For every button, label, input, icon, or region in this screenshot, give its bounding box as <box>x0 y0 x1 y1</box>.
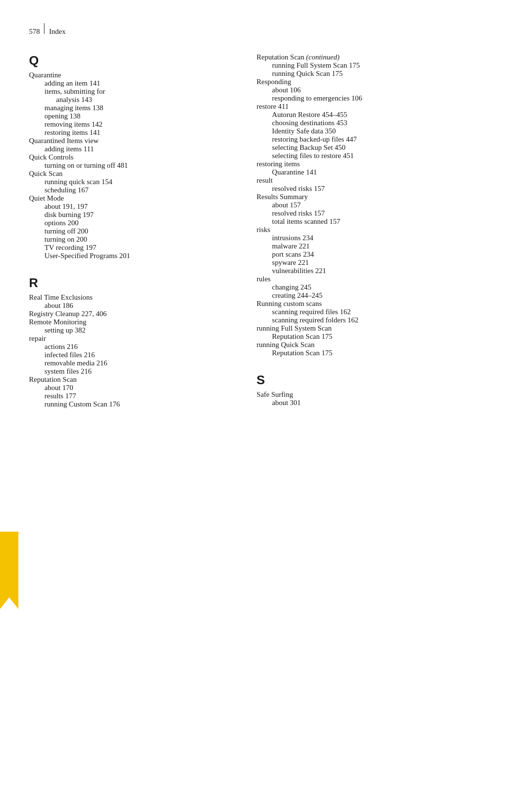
index-entry: Reputation Scan 175 <box>257 333 493 341</box>
index-entry: adding items 111 <box>29 145 237 153</box>
index-entry: User-Specified Programs 201 <box>29 252 237 260</box>
index-entry: about 170 <box>29 384 237 392</box>
index-entry: spyware 221 <box>257 259 493 267</box>
bookmark-tab <box>0 532 18 609</box>
index-entry: Responding <box>257 78 493 86</box>
index-entry: opening 138 <box>29 112 237 120</box>
index-entry: analysis 143 <box>29 96 237 104</box>
index-entry: results 177 <box>29 392 237 400</box>
index-entry: changing 245 <box>257 283 493 291</box>
index-entry: repair <box>29 334 237 343</box>
index-entry: Identity Safe data 350 <box>257 127 493 135</box>
index-entry: adding an item 141 <box>29 79 237 87</box>
page-container: 578 Index Q Quarantine adding an item 14… <box>0 0 522 812</box>
index-entry: result <box>257 176 493 185</box>
index-entry: Quarantine <box>29 71 237 79</box>
section-letter-r: R <box>29 276 237 290</box>
index-entry: managing items 138 <box>29 104 237 112</box>
index-entry: turning off 200 <box>29 227 237 235</box>
index-entry: Quick Scan <box>29 170 237 178</box>
header-title: Index <box>49 28 66 36</box>
index-entry: resolved risks 157 <box>257 185 493 193</box>
index-entry: intrusions 234 <box>257 234 493 242</box>
index-entry: Reputation Scan (continued) <box>257 53 493 61</box>
index-entry: scheduling 167 <box>29 186 237 194</box>
index-entry: removable media 216 <box>29 359 237 367</box>
index-entry: running Quick Scan 175 <box>257 70 493 78</box>
index-entry: running quick scan 154 <box>29 178 237 186</box>
index-entry: selecting Backup Set 450 <box>257 144 493 152</box>
index-entry: disk burning 197 <box>29 211 237 219</box>
index-entry: creating 244–245 <box>257 291 493 300</box>
index-entry: options 200 <box>29 219 237 227</box>
index-entry: choosing destinations 453 <box>257 119 493 127</box>
index-entry: infected files 216 <box>29 351 237 359</box>
index-entry: restoring items 141 <box>29 129 237 137</box>
index-entry: scanning required files 162 <box>257 308 493 316</box>
index-entry: Results Summary <box>257 193 493 201</box>
index-entry: running Custom Scan 176 <box>29 400 237 408</box>
index-entry: scanning required folders 162 <box>257 316 493 324</box>
index-entry: risks <box>257 226 493 234</box>
index-entry: responding to emergencies 106 <box>257 94 493 102</box>
index-entry: turning on or turning off 481 <box>29 161 237 170</box>
index-entry: Quiet Mode <box>29 194 237 203</box>
index-entry: rules <box>257 275 493 283</box>
index-entry: Quick Controls <box>29 153 237 161</box>
index-entry: items, submitting for <box>29 87 237 96</box>
index-entry: Quarantined Items view <box>29 137 237 145</box>
index-entry: Real Time Exclusions <box>29 293 237 302</box>
index-entry: Reputation Scan 175 <box>257 349 493 357</box>
index-entry: restore 411 <box>257 102 493 111</box>
index-entry: restoring items <box>257 160 493 168</box>
index-entry: Quarantine 141 <box>257 168 493 176</box>
index-entry: resolved risks 157 <box>257 209 493 218</box>
index-entry: Running custom scans <box>257 300 493 308</box>
index-entry: total items scanned 157 <box>257 218 493 226</box>
index-entry: vulnerabilities 221 <box>257 267 493 275</box>
index-entry: port scans 234 <box>257 250 493 259</box>
page-number: 578 <box>29 28 40 36</box>
index-entry: about 191, 197 <box>29 203 237 211</box>
index-entry: TV recording 197 <box>29 244 237 252</box>
index-entry: Registry Cleanup 227, 406 <box>29 310 237 318</box>
index-entry: about 186 <box>29 302 237 310</box>
index-entry: running Quick Scan <box>257 341 493 349</box>
page-header: 578 Index <box>29 23 493 36</box>
index-entry: system files 216 <box>29 367 237 376</box>
index-columns: Q Quarantine adding an item 141 items, s… <box>29 53 493 408</box>
index-entry: Autorun Restore 454–455 <box>257 111 493 119</box>
index-entry: about 157 <box>257 201 493 209</box>
section-letter-q: Q <box>29 53 237 68</box>
index-entry: restoring backed-up files 447 <box>257 135 493 144</box>
index-entry: setting up 382 <box>29 326 237 334</box>
index-entry: removing items 142 <box>29 120 237 129</box>
section-letter-s: S <box>257 373 493 388</box>
right-column: Reputation Scan (continued) running Full… <box>252 53 493 408</box>
index-entry: Safe Surfing <box>257 391 493 399</box>
index-entry: actions 216 <box>29 343 237 351</box>
index-entry: selecting files to restore 451 <box>257 152 493 160</box>
index-entry: malware 221 <box>257 242 493 250</box>
index-entry: Reputation Scan <box>29 376 237 384</box>
left-column: Q Quarantine adding an item 141 items, s… <box>29 53 252 408</box>
header-divider <box>44 23 44 34</box>
index-entry: about 106 <box>257 86 493 94</box>
index-entry: about 301 <box>257 399 493 407</box>
index-entry: running Full System Scan 175 <box>257 61 493 70</box>
index-entry: turning on 200 <box>29 235 237 244</box>
index-entry: running Full System Scan <box>257 324 493 333</box>
index-entry: Remote Monitoring <box>29 318 237 326</box>
